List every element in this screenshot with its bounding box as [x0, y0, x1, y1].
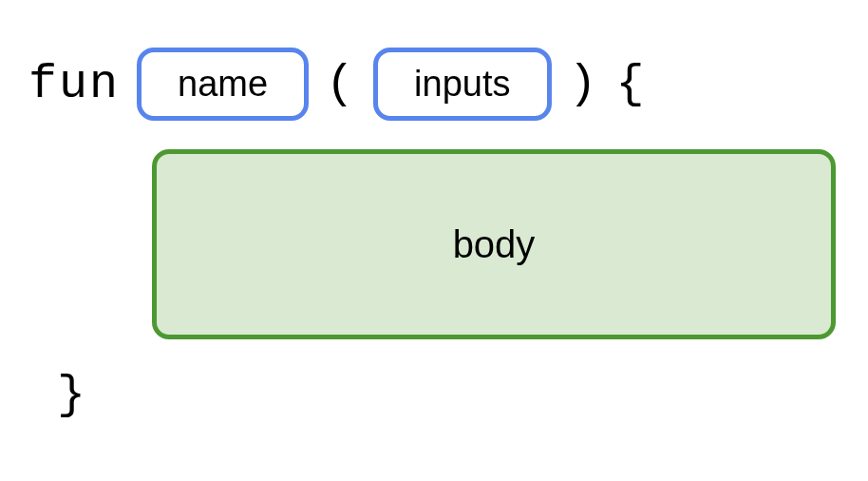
signature-row: fun name ( inputs ) {	[28, 48, 840, 121]
inputs-placeholder: inputs	[373, 48, 551, 121]
open-paren: (	[326, 57, 356, 111]
fun-keyword: fun	[28, 57, 120, 111]
close-paren: )	[569, 57, 599, 111]
name-placeholder: name	[137, 48, 309, 121]
open-brace: {	[616, 57, 647, 111]
function-syntax-diagram: fun name ( inputs ) { body }	[0, 0, 868, 470]
body-placeholder: body	[152, 149, 836, 339]
close-brace: }	[57, 368, 840, 422]
